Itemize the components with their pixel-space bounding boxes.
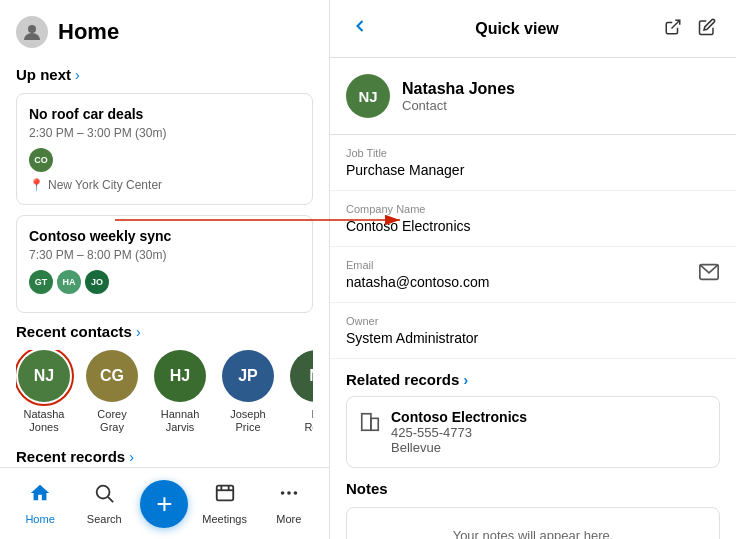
contact-avatar-cg: CG — [86, 350, 138, 402]
notes-title: Notes — [346, 480, 720, 497]
nav-item-more[interactable]: More — [261, 482, 317, 525]
contact-item-nj[interactable]: NJ NatashaJones — [16, 350, 72, 434]
field-company: Company Name Contoso Electronics — [330, 191, 736, 247]
up-next-chevron[interactable]: › — [75, 67, 80, 83]
meeting-title-1: No roof car deals — [29, 106, 300, 122]
related-info: Contoso Electronics 425-555-4773 Bellevu… — [391, 409, 527, 455]
nav-label-meetings: Meetings — [202, 513, 247, 525]
bottom-nav: Home Search + Meetings — [0, 467, 329, 539]
contact-big-avatar: NJ — [346, 74, 390, 118]
search-icon — [93, 482, 115, 509]
content-scroll: Up next › No roof car deals 2:30 PM – 3:… — [0, 56, 329, 467]
contacts-row: NJ NatashaJones CG CoreyGray HJ HannahJa… — [16, 350, 313, 438]
header-actions — [660, 14, 720, 44]
quick-view-title: Quick view — [382, 20, 652, 38]
nav-label-home: Home — [25, 513, 54, 525]
meeting-time-2: 7:30 PM – 8:00 PM (30m) — [29, 248, 300, 262]
contact-name-jp: JosephPrice — [230, 408, 265, 434]
svg-point-0 — [28, 25, 36, 33]
quick-view-header: Quick view — [330, 0, 736, 58]
field-value-job-title: Purchase Manager — [346, 162, 720, 178]
recent-records-header: Recent records › — [16, 448, 313, 465]
recent-contacts-header: Recent contacts › — [16, 323, 313, 340]
recent-contacts-chevron[interactable]: › — [136, 324, 141, 340]
meeting-card-2[interactable]: Contoso weekly sync 7:30 PM – 8:00 PM (3… — [16, 215, 313, 313]
meeting-time-1: 2:30 PM – 3:00 PM (30m) — [29, 126, 300, 140]
recent-records-chevron[interactable]: › — [129, 449, 134, 465]
contact-info-name: Natasha Jones — [402, 80, 515, 98]
email-content: Email natasha@contoso.com — [346, 259, 698, 290]
field-value-email: natasha@contoso.com — [346, 274, 698, 290]
attendee-avatar: GT — [29, 270, 53, 294]
contact-header: NJ Natasha Jones Contact — [330, 58, 736, 135]
svg-line-10 — [672, 20, 680, 28]
email-send-icon[interactable] — [698, 261, 720, 288]
nav-item-meetings[interactable]: Meetings — [197, 482, 253, 525]
svg-line-2 — [108, 497, 113, 502]
notes-empty-text: Your notes will appear here. — [453, 528, 614, 539]
app-header: Home — [0, 0, 329, 56]
meeting-card-1[interactable]: No roof car deals 2:30 PM – 3:00 PM (30m… — [16, 93, 313, 205]
recent-records-section: Recent records › — [16, 448, 313, 465]
nav-label-search: Search — [87, 513, 122, 525]
related-records-section: Related records › — [330, 359, 736, 396]
nav-label-more: More — [276, 513, 301, 525]
svg-point-8 — [287, 491, 291, 495]
field-label-email: Email — [346, 259, 698, 271]
contact-name-m: MRo... — [304, 408, 313, 434]
contact-avatar-m: M — [290, 350, 313, 402]
contact-avatar-jp: JP — [222, 350, 274, 402]
field-label-owner: Owner — [346, 315, 720, 327]
meetings-icon — [214, 482, 236, 509]
field-value-owner: System Administrator — [346, 330, 720, 346]
more-icon — [278, 482, 300, 509]
related-records-chevron[interactable]: › — [463, 372, 468, 388]
nav-item-search[interactable]: Search — [76, 482, 132, 525]
user-avatar[interactable] — [16, 16, 48, 48]
contact-item-hj[interactable]: HJ HannahJarvis — [152, 350, 208, 434]
contact-name-nj: NatashaJones — [24, 408, 65, 434]
contact-name-hj: HannahJarvis — [161, 408, 200, 434]
notes-card: Your notes will appear here. Add a note — [346, 507, 720, 539]
meeting-avatars-1: CO — [29, 148, 300, 172]
svg-rect-12 — [362, 414, 371, 431]
related-records-title: Related records › — [346, 371, 720, 388]
right-panel: Quick view NJ Natasha Jones — [330, 0, 736, 539]
edit-icon[interactable] — [694, 14, 720, 44]
attendee-avatar: HA — [57, 270, 81, 294]
related-phone: 425-555-4773 — [391, 425, 527, 440]
svg-rect-13 — [371, 418, 378, 430]
meeting-title-2: Contoso weekly sync — [29, 228, 300, 244]
contact-avatar-nj: NJ — [18, 350, 70, 402]
field-email: Email natasha@contoso.com — [330, 247, 736, 303]
field-value-company: Contoso Electronics — [346, 218, 720, 234]
svg-rect-3 — [216, 486, 233, 501]
contact-item-jp[interactable]: JP JosephPrice — [220, 350, 276, 434]
location-icon: 📍 — [29, 178, 44, 192]
back-button[interactable] — [346, 12, 374, 45]
nav-item-home[interactable]: Home — [12, 482, 68, 525]
recent-contacts-title: Recent contacts — [16, 323, 132, 340]
related-card[interactable]: Contoso Electronics 425-555-4773 Bellevu… — [346, 396, 720, 468]
contact-item-cg[interactable]: CG CoreyGray — [84, 350, 140, 434]
field-label-job-title: Job Title — [346, 147, 720, 159]
external-link-icon[interactable] — [660, 14, 686, 44]
contact-name-cg: CoreyGray — [97, 408, 126, 434]
home-icon — [29, 482, 51, 509]
add-button[interactable]: + — [140, 480, 188, 528]
location-text-1: New York City Center — [48, 178, 162, 192]
notes-section: Notes Your notes will appear here. Add a… — [330, 480, 736, 539]
meeting-location-1: 📍 New York City Center — [29, 178, 300, 192]
contact-info: Natasha Jones Contact — [402, 80, 515, 113]
up-next-title: Up next — [16, 66, 71, 83]
attendee-avatar: CO — [29, 148, 53, 172]
building-icon — [359, 411, 381, 438]
field-job-title: Job Title Purchase Manager — [330, 135, 736, 191]
related-city: Bellevue — [391, 440, 527, 455]
contact-item-m[interactable]: M MRo... — [288, 350, 313, 434]
svg-point-1 — [97, 486, 110, 499]
meeting-avatars-2: GT HA JO — [29, 270, 300, 294]
contact-avatar-hj: HJ — [154, 350, 206, 402]
field-label-company: Company Name — [346, 203, 720, 215]
field-owner: Owner System Administrator — [330, 303, 736, 359]
